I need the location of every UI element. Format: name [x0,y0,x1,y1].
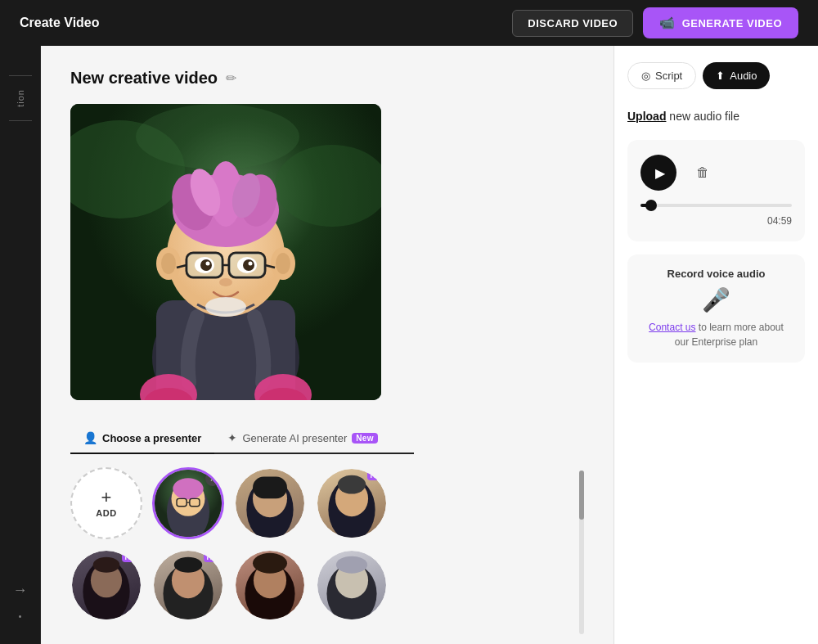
record-title: Record voice audio [667,268,766,280]
play-button[interactable]: ▶ [640,155,676,191]
presenter-item-2[interactable] [234,467,306,539]
presenter-row-wrapper: + ADD [70,467,584,621]
presenter-tabs: 👤 Choose a presenter ✦ Generate AI prese… [70,423,414,454]
app-title: Create Video [20,16,100,30]
header-actions: DISCARD VIDEO 📹 GENERATE VIDEO [512,7,798,38]
audio-duration: 04:59 [640,215,792,227]
edit-title-icon[interactable]: ✏ [226,70,236,86]
audio-player-card: ▶ 🗑 04:59 [627,140,805,241]
svg-point-40 [173,478,203,499]
audio-progress-bar[interactable] [640,204,792,207]
plus-icon: + [101,489,112,507]
svg-point-32 [249,262,253,266]
svg-point-61 [336,556,367,574]
voice-record-card: Record voice audio 🎤 Contact us to learn… [627,254,805,363]
presenter-grid-scroll[interactable]: + ADD [70,467,394,621]
svg-point-33 [219,278,232,286]
sidebar-arrow-icon[interactable]: → [13,582,28,599]
svg-point-36 [205,297,246,317]
app-header: Create Video DISCARD VIDEO 📹 GENERATE VI… [0,0,818,46]
presenter-grid: + ADD [70,467,394,621]
trash-icon: 🗑 [696,165,709,180]
hq-badge-4: HQ [122,552,140,562]
tab-choose-presenter[interactable]: 👤 Choose a presenter [70,423,214,454]
scroll-thumb [579,471,584,520]
presenter-close-button-1[interactable]: × [205,471,220,486]
sidebar-divider-bottom [9,120,32,121]
svg-point-55 [174,557,202,573]
workspace: New creative video ✏ [41,46,614,644]
svg-point-31 [206,262,210,266]
upload-link[interactable]: Upload [627,110,666,123]
mic-icon-wrapper: 🎤 [702,286,730,313]
audio-tab-icon: ⬆ [716,70,725,82]
svg-point-52 [93,557,119,573]
svg-point-49 [338,475,366,494]
play-icon: ▶ [655,165,665,181]
presenter-item-7[interactable] [316,549,388,621]
scroll-indicator [579,471,584,634]
right-panel: ◎ Script ⬆ Audio Upload new audio file ▶… [614,46,818,644]
script-tab-icon: ◎ [641,70,650,82]
svg-point-29 [200,259,212,271]
svg-point-58 [253,553,287,574]
svg-point-3 [136,104,299,169]
character-illustration [70,104,381,400]
svg-point-35 [276,253,290,274]
video-preview [70,104,381,400]
main-content: tion → • New creative video ✏ [0,46,818,644]
record-description: Contact us to learn more about our Enter… [640,320,792,349]
hq-badge-3: HQ [367,471,385,480]
person-icon: 👤 [83,431,97,444]
svg-rect-46 [253,477,287,499]
tab-script[interactable]: ◎ Script [627,62,696,89]
left-sidebar: tion → • [0,46,41,644]
presenter-item-5[interactable]: HQ [152,549,224,621]
add-presenter-button[interactable]: + ADD [70,467,142,539]
contact-us-link[interactable]: Contact us [649,322,695,333]
presenter-item-6[interactable] [234,549,306,621]
microphone-icon: 🎤 [702,287,730,313]
tab-audio[interactable]: ⬆ Audio [703,62,770,89]
hq-badge-5: HQ [204,552,222,562]
generate-video-button[interactable]: 📹 GENERATE VIDEO [643,7,798,38]
upload-section: Upload new audio file [627,109,805,124]
audio-progress-dot [645,200,657,211]
presenter-item-3[interactable]: HQ [316,467,388,539]
sparkle-icon: ✦ [227,431,237,444]
video-camera-icon: 📹 [659,16,676,30]
sidebar-divider-top [9,75,32,76]
project-title: New creative video [70,69,218,88]
add-label: ADD [96,508,116,518]
discard-video-button[interactable]: DISCARD VIDEO [512,10,633,37]
new-badge: New [352,433,377,444]
character-background [70,104,381,400]
upload-text: Upload new audio file [627,110,739,123]
presenter-item-4[interactable]: HQ [70,549,142,621]
sidebar-dot: • [19,612,22,621]
audio-controls: ▶ 🗑 [640,155,792,191]
delete-audio-button[interactable]: 🗑 [690,160,716,186]
svg-point-30 [243,259,254,271]
svg-point-34 [161,253,176,274]
presenter-item-1[interactable]: × [152,467,224,539]
panel-tabs: ◎ Script ⬆ Audio [627,62,805,89]
sidebar-section-label: tion [16,89,25,107]
tab-generate-ai-presenter[interactable]: ✦ Generate AI presenter New [214,423,390,454]
project-title-row: New creative video ✏ [70,69,584,88]
